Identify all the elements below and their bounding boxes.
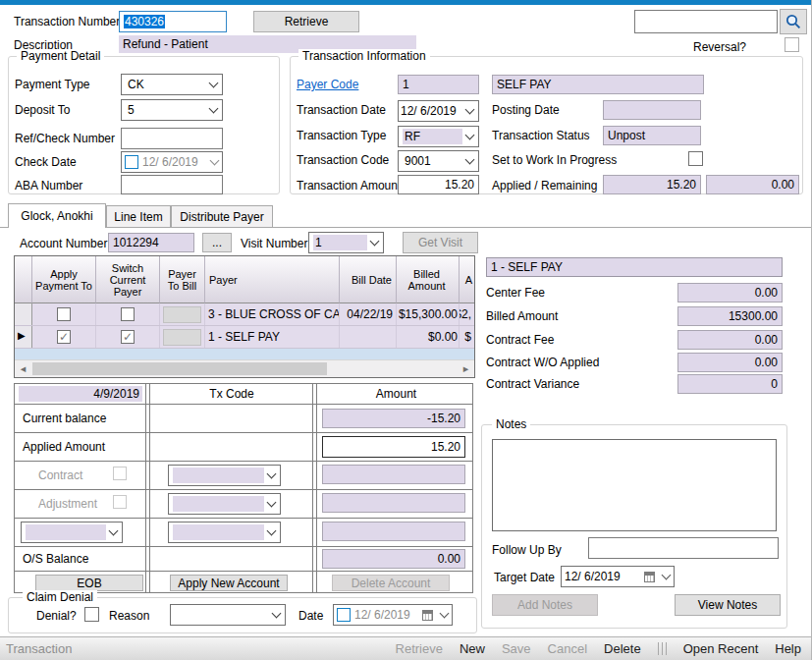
transaction-amount-input[interactable]: 15.20: [398, 175, 479, 194]
scroll-left-icon[interactable]: [16, 361, 30, 376]
wip-checkbox[interactable]: [688, 151, 703, 166]
adjustment-txcode-value: [173, 496, 264, 512]
row-selector-current[interactable]: [15, 326, 32, 348]
switch-payer-cell[interactable]: [96, 303, 160, 325]
apply-payment-checkbox[interactable]: [57, 307, 71, 321]
apply-payment-cell[interactable]: [32, 303, 96, 325]
tab-glock-anokhi[interactable]: Glock, Anokhi: [8, 203, 106, 228]
tab-line-item[interactable]: Line Item: [106, 205, 171, 227]
grid-line: [15, 404, 472, 405]
target-date-field[interactable]: 12/ 6/2019: [561, 566, 675, 587]
account-browse-button[interactable]: ...: [202, 233, 232, 252]
notes-group: Notes Follow Up By Target Date 12/ 6/201…: [481, 424, 787, 629]
statusbar-new[interactable]: New: [460, 641, 485, 656]
aba-number-input[interactable]: [121, 175, 223, 194]
statusbar-retrieve[interactable]: Retrieve: [396, 641, 443, 656]
col-switch-current-payer[interactable]: Switch Current Payer: [96, 256, 160, 303]
denial-date-field[interactable]: 12/ 6/2019: [333, 604, 453, 626]
ref-check-number-input[interactable]: [121, 128, 223, 149]
scroll-right-icon[interactable]: [459, 361, 473, 376]
switch-payer-cell[interactable]: [96, 326, 160, 348]
claim-denial-group: Claim Denial Denial? Reason Date 12/ 6/2…: [8, 597, 477, 633]
transaction-type-select[interactable]: RF: [398, 126, 479, 147]
bill-date-cell[interactable]: [340, 326, 397, 348]
reversal-checkbox[interactable]: [785, 37, 799, 52]
transaction-status-label: Transaction Status: [492, 129, 590, 142]
transaction-date-select[interactable]: 12/ 6/2019: [398, 100, 479, 122]
billed-amount-cell[interactable]: $0.00: [397, 326, 460, 348]
scrollbar-thumb[interactable]: [32, 362, 327, 375]
denial-date-checkbox[interactable]: [337, 608, 351, 622]
statusbar-save[interactable]: Save: [502, 641, 531, 656]
statusbar-cancel[interactable]: Cancel: [548, 641, 587, 656]
contract-wo-applied-label: Contract W/O Applied: [486, 356, 599, 369]
row-selector[interactable]: [15, 303, 32, 325]
adjustment-txcode-select[interactable]: [168, 493, 281, 515]
partial-cell[interactable]: $: [460, 326, 474, 348]
transaction-date-value: 12/ 6/2019: [401, 103, 462, 119]
col-billed-amount[interactable]: Billed Amount: [397, 256, 460, 303]
col-apply-payment-to[interactable]: Apply Payment To: [32, 256, 96, 303]
payer-code-field: 1: [398, 75, 479, 94]
denial-label: Denial?: [36, 609, 77, 623]
visit-number-select[interactable]: 1: [308, 232, 384, 253]
applied-amount-input[interactable]: 15.20: [322, 436, 465, 458]
col-payer[interactable]: Payer: [205, 256, 340, 303]
apply-payment-cell[interactable]: [32, 326, 96, 348]
statusbar-open-recent[interactable]: Open Recent: [683, 641, 759, 656]
tab-distribute-payer[interactable]: Distribute Payer: [171, 205, 273, 227]
table-row[interactable]: 3 - BLUE CROSS OF CA 04/22/19 $15,300.00…: [15, 303, 474, 326]
payer-cell[interactable]: 3 - BLUE CROSS OF CA: [205, 303, 340, 325]
partial-cell[interactable]: $2,: [460, 303, 474, 325]
extra-type-select[interactable]: [21, 522, 123, 543]
payer-to-bill-cell[interactable]: [160, 326, 205, 348]
transaction-type-label: Transaction Type: [297, 129, 386, 142]
get-visit-button[interactable]: Get Visit: [403, 232, 478, 253]
denial-reason-select[interactable]: [170, 604, 286, 626]
eob-button[interactable]: EOB: [35, 575, 143, 591]
check-date-field[interactable]: 12/ 6/2019: [121, 151, 223, 173]
delete-account-button[interactable]: Delete Account: [332, 575, 450, 591]
horizontal-scrollbar[interactable]: [15, 359, 474, 377]
current-balance-field: -15.20: [322, 409, 465, 428]
payer-cell[interactable]: 1 - SELF PAY: [205, 326, 340, 348]
payer-to-bill-cell[interactable]: [160, 303, 205, 325]
add-notes-button[interactable]: Add Notes: [492, 594, 598, 616]
col-partial[interactable]: A: [460, 256, 474, 303]
search-button[interactable]: [780, 9, 807, 34]
payer-code-link[interactable]: Payer Code: [297, 78, 358, 91]
view-notes-button[interactable]: View Notes: [675, 594, 781, 616]
statusbar-delete[interactable]: Delete: [604, 641, 641, 656]
col-bill-date[interactable]: Bill Date: [340, 256, 397, 303]
switch-payer-checkbox[interactable]: [121, 330, 135, 344]
follow-up-by-input[interactable]: [588, 537, 779, 559]
statusbar-help[interactable]: Help: [775, 641, 801, 656]
apply-new-account-button[interactable]: Apply New Account: [170, 575, 288, 591]
payer-table: Apply Payment To Switch Current Payer Pa…: [14, 255, 475, 378]
denial-checkbox[interactable]: [84, 607, 99, 622]
table-row[interactable]: 1 - SELF PAY $0.00 $: [15, 326, 474, 349]
contract-txcode-select[interactable]: [168, 465, 281, 486]
deposit-to-select[interactable]: 5: [121, 99, 223, 121]
notes-textarea[interactable]: [492, 439, 777, 531]
transaction-number-input[interactable]: 430326: [119, 11, 227, 32]
transaction-code-select[interactable]: 9001: [398, 150, 479, 172]
apply-payment-checkbox[interactable]: [57, 330, 71, 344]
payment-type-select[interactable]: CK: [121, 74, 223, 95]
retrieve-button[interactable]: Retrieve: [253, 11, 359, 32]
contract-txcode-value: [173, 468, 264, 483]
billed-amount-cell[interactable]: $15,300.00: [397, 303, 460, 325]
adjustment-checkbox[interactable]: [113, 495, 127, 509]
contract-checkbox[interactable]: [113, 467, 127, 480]
calendar-icon: [644, 572, 655, 582]
statusbar-separator: [658, 642, 667, 655]
notes-title: Notes: [492, 417, 530, 431]
col-payer-to-bill[interactable]: Payer To Bill: [160, 256, 205, 303]
search-input[interactable]: [634, 10, 778, 33]
switch-payer-checkbox[interactable]: [121, 307, 135, 321]
check-date-checkbox[interactable]: [125, 155, 138, 169]
bill-date-cell[interactable]: 04/22/19: [340, 303, 397, 325]
statusbar-actions: Retrieve New Save Cancel Delete Open Rec…: [396, 641, 801, 656]
extra-txcode-select[interactable]: [168, 522, 281, 543]
claim-denial-title: Claim Denial: [23, 590, 97, 604]
